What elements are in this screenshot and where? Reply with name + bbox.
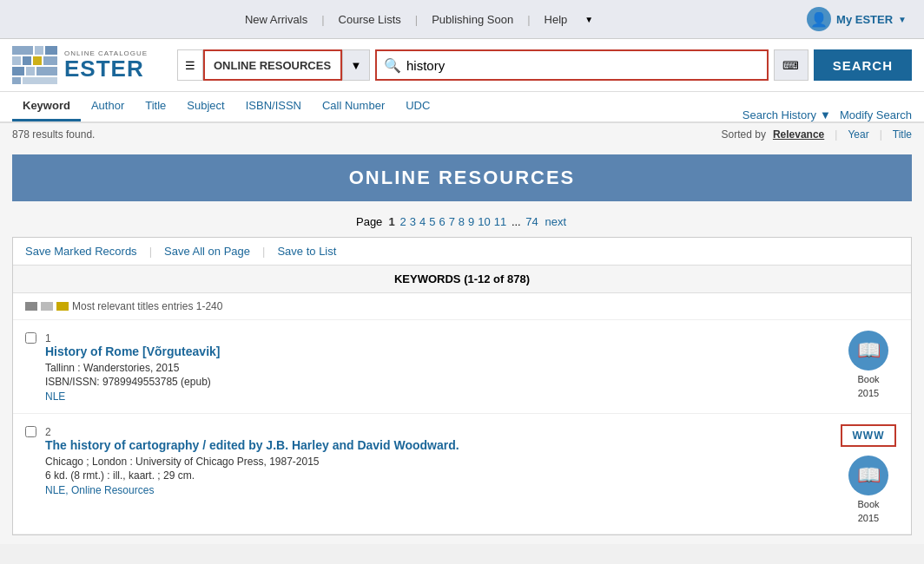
result-2-link[interactable]: NLE, Online Resources [45, 484, 154, 496]
course-lists-link[interactable]: Course Lists [325, 13, 415, 26]
save-marked-records-link[interactable]: Save Marked Records [25, 245, 146, 258]
section-title-bar: ONLINE RESOURCES [12, 154, 912, 201]
page-3[interactable]: 3 [410, 215, 416, 228]
result-2-book-label1: Book [857, 499, 879, 509]
svg-rect-8 [26, 67, 35, 75]
result-1-title[interactable]: History of Rome [Võrguteavik] [45, 344, 829, 358]
user-avatar-icon: 👤 [807, 7, 831, 31]
new-arrivals-link[interactable]: New Arrivals [231, 13, 321, 26]
page-2[interactable]: 2 [399, 215, 406, 228]
svg-rect-6 [43, 56, 57, 65]
result-1-link[interactable]: NLE [45, 390, 65, 403]
keyboard-icon: ⌨ [782, 59, 799, 72]
result-1-number: 1 [45, 332, 829, 344]
tab-navigation: Keyword Author Title Subject ISBN/ISSN C… [0, 92, 924, 123]
tab-subject[interactable]: Subject [176, 92, 234, 121]
search-input-wrap: 🔍 [375, 49, 769, 81]
results-bar: 878 results found. Sorted by Relevance |… [0, 123, 924, 146]
hamburger-button[interactable]: ☰ [177, 49, 203, 81]
page-9[interactable]: 9 [468, 215, 474, 228]
result-2-icon-area: WWW 📖 Book 2015 [838, 424, 899, 523]
page-6[interactable]: 6 [439, 215, 445, 228]
tab-isbn-issn[interactable]: ISBN/ISSN [235, 92, 312, 121]
action-sep2: | [262, 245, 265, 258]
page-11[interactable]: 11 [494, 215, 506, 228]
page-10[interactable]: 10 [478, 215, 490, 228]
my-ester-label[interactable]: My ESTER [836, 13, 893, 26]
help-link[interactable]: Help [531, 13, 582, 26]
relevance-row: Most relevant titles entries 1-240 [13, 293, 911, 320]
result-2-book-label2: 2015 [858, 513, 879, 523]
logo-text: ONLINE CATALOGUE ESTER [64, 50, 148, 80]
logo-area: ONLINE CATALOGUE ESTER [12, 46, 168, 84]
save-to-list-link[interactable]: Save to List [268, 245, 345, 258]
modify-search-link[interactable]: Modify Search [840, 108, 912, 121]
page-74[interactable]: 74 [525, 215, 538, 228]
dropdown-label: ONLINE RESOURCES [214, 59, 331, 72]
tab-author[interactable]: Author [81, 92, 135, 121]
logo-ester-text: ESTER [64, 57, 148, 80]
result-1-checkbox[interactable] [25, 332, 36, 344]
tab-udc[interactable]: UDC [395, 92, 440, 121]
sort-controls: Sorted by Relevance | Year | Title [722, 128, 912, 141]
relevance-gold-icon [56, 302, 69, 311]
result-2-detail1: Chicago ; London : University of Chicago… [45, 456, 829, 468]
tab-call-number[interactable]: Call Number [312, 92, 395, 121]
svg-rect-4 [23, 56, 31, 65]
www-button[interactable]: WWW [841, 424, 897, 447]
result-2-body: 2 The history of cartography / edited by… [45, 424, 829, 496]
svg-rect-11 [23, 77, 57, 84]
chevron-down-icon: ▼ [351, 59, 362, 72]
result-item-1: 1 History of Rome [Võrguteavik] Tallinn … [13, 320, 911, 414]
page-7[interactable]: 7 [449, 215, 455, 228]
sort-year[interactable]: Year [848, 128, 868, 141]
publishing-soon-link[interactable]: Publishing Soon [418, 13, 527, 26]
sort-sep1: | [835, 128, 837, 141]
result-1-book-label2: 2015 [858, 388, 879, 398]
relevance-label: Most relevant titles entries 1-240 [72, 300, 222, 312]
search-button[interactable]: SEARCH [814, 49, 912, 81]
page-8[interactable]: 8 [459, 215, 465, 228]
svg-rect-9 [36, 67, 57, 75]
save-all-on-page-link[interactable]: Save All on Page [155, 245, 259, 258]
search-input[interactable] [406, 58, 760, 73]
tab-title[interactable]: Title [135, 92, 176, 121]
result-1-body: 1 History of Rome [Võrguteavik] Tallinn … [45, 331, 829, 403]
svg-rect-10 [12, 77, 21, 84]
svg-rect-2 [45, 46, 57, 55]
my-ester-menu[interactable]: 👤 My ESTER ▼ [807, 7, 907, 31]
result-item-2: 2 The history of cartography / edited by… [13, 414, 911, 534]
page-4[interactable]: 4 [419, 215, 426, 228]
action-sep1: | [149, 245, 152, 258]
search-icon: 🔍 [384, 57, 401, 74]
ester-logo-icon [12, 46, 57, 84]
results-box: Save Marked Records | Save All on Page |… [12, 237, 912, 535]
resource-dropdown[interactable]: ONLINE RESOURCES [203, 49, 342, 81]
page-next[interactable]: next [544, 215, 566, 228]
result-1-detail2: ISBN/ISSN: 9789949553785 (epub) [45, 376, 829, 388]
help-menu[interactable]: Help ▼ [531, 13, 594, 26]
page-label: Page [356, 215, 386, 228]
header: ONLINE CATALOGUE ESTER ☰ ONLINE RESOURCE… [0, 39, 924, 92]
relevance-dark-icon [25, 302, 37, 311]
top-nav-links: New Arrivals | Course Lists | Publishing… [17, 13, 807, 26]
page-5[interactable]: 5 [429, 215, 435, 228]
result-2-detail2: 6 kd. (8 rmt.) : ill., kaart. ; 29 cm. [45, 469, 829, 482]
svg-rect-1 [35, 46, 43, 55]
result-2-title[interactable]: The history of cartography / edited by J… [45, 438, 829, 452]
result-2-book-icon: 📖 [848, 456, 888, 495]
search-history-button[interactable]: Search History ▼ [742, 108, 831, 121]
dropdown-arrow-button[interactable]: ▼ [342, 49, 370, 81]
result-1-icon-area: 📖 Book 2015 [838, 331, 899, 398]
sort-title[interactable]: Title [893, 128, 912, 141]
svg-rect-5 [33, 56, 42, 65]
sort-relevance[interactable]: Relevance [773, 128, 824, 141]
result-2-number: 2 [45, 426, 829, 438]
result-2-checkbox[interactable] [25, 426, 36, 437]
result-1-book-icon: 📖 [848, 331, 888, 371]
keyboard-button[interactable]: ⌨ [774, 49, 808, 81]
search-history-arrow-icon: ▼ [820, 108, 831, 121]
tab-keyword[interactable]: Keyword [12, 92, 81, 121]
relevance-mid-icon [41, 302, 53, 311]
search-bar: ☰ ONLINE RESOURCES ▼ 🔍 ⌨ SEARCH [177, 49, 912, 81]
